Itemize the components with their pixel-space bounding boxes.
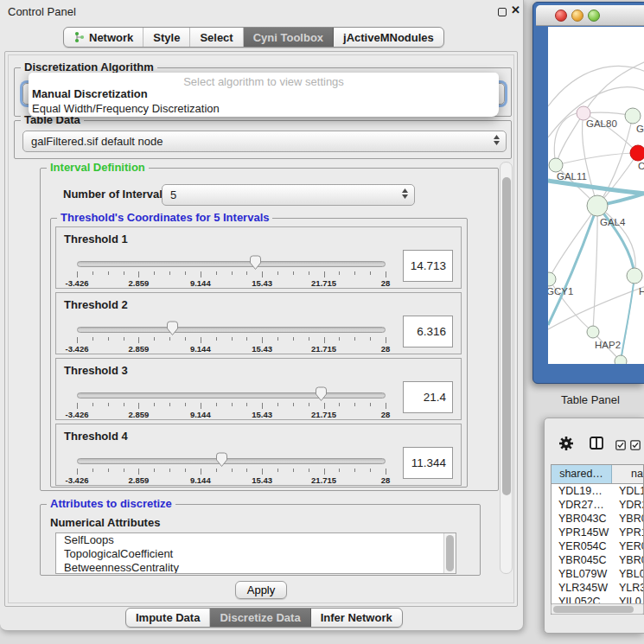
gear-icon[interactable] <box>558 436 574 455</box>
network-node[interactable] <box>548 272 556 286</box>
table-hscrollbar-thumb[interactable] <box>553 606 634 613</box>
network-node[interactable] <box>549 158 563 172</box>
tick-mark <box>201 271 201 277</box>
cell-name[interactable]: YDR2 <box>612 498 643 512</box>
table-data-combobox[interactable]: galFiltered.sif default node <box>22 131 507 152</box>
attributes-scrollbar-thumb[interactable] <box>446 535 454 571</box>
cell-shared-name[interactable]: YBL079W <box>552 567 612 581</box>
cell-shared-name[interactable]: YDL19… <box>552 484 612 498</box>
float-window-icon[interactable] <box>498 8 507 16</box>
cell-name[interactable]: YBR0 <box>612 553 643 567</box>
cell-shared-name[interactable]: YBR043C <box>552 512 612 526</box>
zoom-traffic-light[interactable] <box>588 10 600 22</box>
table-row[interactable]: YLR345WYLR3 <box>552 581 643 595</box>
tick-label: 2.859 <box>129 278 150 288</box>
network-node[interactable] <box>615 355 627 364</box>
threshold-value-field[interactable]: 11.344 <box>403 447 453 479</box>
network-edge[interactable] <box>548 67 644 106</box>
threshold-slider-track[interactable] <box>77 261 386 267</box>
tick-mark <box>339 469 340 472</box>
table-row[interactable]: YPR145WYPR1 <box>552 526 643 539</box>
threshold-slider-thumb[interactable] <box>315 386 328 402</box>
cell-name[interactable]: YDL1 <box>612 484 643 498</box>
numerical-attributes-list[interactable]: SelfLoopsTopologicalCoefficientBetweenne… <box>55 532 456 574</box>
tab-infer-network[interactable]: Infer Network <box>311 609 402 627</box>
node-table[interactable]: shared…naYDL19…YDL1YDR27…YDR2YBR043CYBR0… <box>551 464 644 615</box>
threshold-value-field[interactable]: 14.713 <box>403 250 453 282</box>
table-row[interactable]: YER054CYER0 <box>552 539 643 553</box>
threshold-slider-track[interactable] <box>77 327 386 333</box>
apply-button[interactable]: Apply <box>235 581 287 599</box>
tick-mark <box>138 337 139 343</box>
network-window-titlebar[interactable] <box>536 5 644 26</box>
split-columns-icon[interactable] <box>590 437 603 453</box>
attribute-list-item[interactable]: BetweennessCentrality <box>56 561 456 574</box>
network-node[interactable] <box>627 268 642 284</box>
threshold-slider-track[interactable] <box>77 392 386 399</box>
table-row[interactable]: YDL19…YDL1 <box>552 484 643 498</box>
network-edge[interactable] <box>593 206 597 332</box>
slider-tick-labels: -3.4262.8599.14415.4321.71528 <box>77 475 386 484</box>
cell-name[interactable]: YER0 <box>612 539 643 553</box>
attribute-list-item[interactable]: SelfLoops <box>56 533 456 547</box>
tab-cyni-toolbox[interactable]: Cyni Toolbox <box>244 28 334 47</box>
cell-name[interactable]: YBL0 <box>612 567 643 581</box>
tick-mark <box>201 403 201 409</box>
network-canvas[interactable]: GAL80GACGAL11GAL4HGCY1HAP2 <box>548 27 644 364</box>
cell-name[interactable]: YPR1 <box>612 526 643 539</box>
network-edge[interactable] <box>621 276 634 361</box>
cell-shared-name[interactable]: YBR045C <box>552 553 612 567</box>
cell-shared-name[interactable]: YPR145W <box>552 526 612 539</box>
network-edge[interactable] <box>548 181 644 194</box>
table-row[interactable]: YBR045CYBR0 <box>552 553 643 567</box>
network-node[interactable] <box>630 145 644 161</box>
column-header-shared-name[interactable]: shared… <box>552 465 612 483</box>
network-edge[interactable] <box>556 153 638 165</box>
table-row[interactable]: YDR27…YDR2 <box>552 498 643 512</box>
cell-shared-name[interactable]: YLR345W <box>552 581 612 595</box>
cell-shared-name[interactable]: YER054C <box>552 539 612 553</box>
network-node[interactable] <box>587 195 608 216</box>
threshold-slider-thumb[interactable] <box>215 452 228 468</box>
checkbox-icon[interactable] <box>630 438 641 454</box>
tab-style[interactable]: Style <box>143 28 190 47</box>
close-icon[interactable]: ✕ <box>511 3 520 16</box>
attribute-list-item[interactable]: TopologicalCoefficient <box>56 547 456 561</box>
settings-scrollbar-thumb[interactable] <box>502 177 511 495</box>
tick-mark <box>262 337 263 343</box>
cell-shared-name[interactable]: YDR27… <box>552 498 612 512</box>
table-row[interactable]: YBR043CYBR0 <box>552 512 643 526</box>
network-edge[interactable] <box>556 113 583 165</box>
threshold-slider-thumb[interactable] <box>249 255 262 271</box>
tab-impute-data[interactable]: Impute Data <box>126 609 210 627</box>
network-node[interactable] <box>587 326 599 338</box>
network-edge[interactable] <box>548 206 597 325</box>
algorithm-option-equal-width[interactable]: Equal Width/Frequency Discretization <box>32 102 220 115</box>
threshold-value-field[interactable]: 21.4 <box>403 381 453 413</box>
close-traffic-light[interactable] <box>555 10 567 22</box>
cell-name[interactable]: YLR3 <box>612 581 643 595</box>
tick-label: 28 <box>381 344 391 354</box>
attributes-scrollbar-track[interactable] <box>443 533 456 573</box>
threshold-slider-thumb[interactable] <box>166 321 179 336</box>
node-label: GAL80 <box>586 118 617 129</box>
number-of-intervals-combobox[interactable]: 5 <box>162 184 415 206</box>
network-edge[interactable] <box>554 113 577 165</box>
cell-name[interactable]: YBR0 <box>612 512 643 526</box>
tick-label: 2.859 <box>129 344 150 354</box>
network-node[interactable] <box>625 108 641 124</box>
column-header-name[interactable]: na <box>612 465 643 483</box>
tab-jactivemnodules[interactable]: jActiveMNodules <box>334 28 443 47</box>
table-hscrollbar-track[interactable] <box>551 603 644 615</box>
algorithm-hint-option[interactable]: Select algorithm to view settings <box>29 75 499 88</box>
tab-select[interactable]: Select <box>190 28 243 47</box>
tick-mark <box>124 403 124 406</box>
algorithm-option-manual[interactable]: Manual Discretization <box>32 87 148 100</box>
minimize-traffic-light[interactable] <box>571 10 583 22</box>
tab-network[interactable]: Network <box>64 28 143 47</box>
tab-discretize-data[interactable]: Discretize Data <box>210 609 310 627</box>
threshold-value-field[interactable]: 6.316 <box>403 316 453 348</box>
threshold-slider-track[interactable] <box>77 458 386 464</box>
table-row[interactable]: YBL079WYBL0 <box>552 567 643 581</box>
checkbox-icon[interactable] <box>615 438 626 454</box>
